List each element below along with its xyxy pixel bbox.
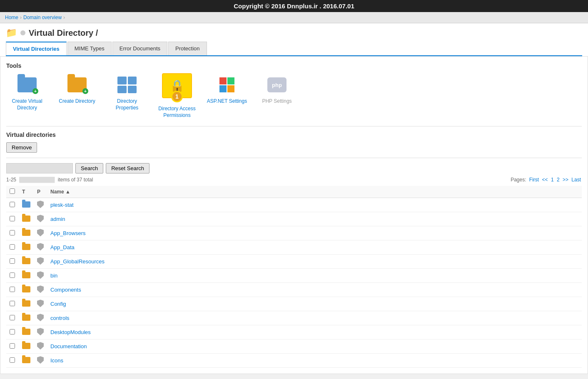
dir-name-link[interactable]: Icons [50,357,63,364]
remove-button[interactable]: Remove [6,142,37,153]
tool-create-directory[interactable]: + Create Directory [56,73,98,105]
select-all-checkbox[interactable] [10,188,15,194]
dir-name-link[interactable]: Config [50,301,66,307]
table-row: controls [6,311,582,325]
search-row: Search Reset Search [6,163,582,173]
virtual-dirs-section: Virtual directories Remove Search Reset … [6,131,582,368]
tool-aspnet-settings[interactable]: ASP.NET Settings [206,73,248,105]
dir-name-link[interactable]: controls [50,315,70,321]
grid-cell-2 [128,77,137,84]
dir-access-label: Directory Access Permissions [156,106,198,119]
pagination-row: 1-25 ██████████ items of 37 total Pages:… [6,177,582,183]
row-checkbox[interactable] [10,258,15,264]
dir-name-link[interactable]: admin [50,216,65,222]
shield-icon [37,243,44,250]
grid-cell-4 [128,86,137,94]
create-dir-label: Create Directory [59,98,95,105]
table-row: plesk-stat [6,198,582,212]
page-next[interactable]: >> [563,177,568,183]
tool-directory-access-permissions[interactable]: 🔒 1 Directory Access Permissions [156,73,198,119]
dir-name-link[interactable]: Components [50,287,81,293]
row-checkbox[interactable] [10,216,15,221]
breadcrumb-sep2: › [63,15,65,20]
tools-title: Tools [6,62,582,69]
divider-1 [6,126,582,126]
folder-icon: 📁 [6,27,17,38]
folder-orange-small-icon [22,286,30,292]
row-checkbox[interactable] [10,244,15,250]
status-circle [20,30,25,35]
grid-cell-3 [117,86,127,94]
table-row: bin [6,269,582,283]
row-checkbox[interactable] [10,301,15,306]
table-row: Config [6,297,582,311]
dir-name-link[interactable]: App_GlobalResources [50,258,105,265]
pagination-blurred: ██████████ [19,177,55,183]
breadcrumb-domain[interactable]: Domain overview [23,15,62,20]
page-first[interactable]: First [529,177,539,183]
folder-orange-small-icon [22,230,30,236]
folder-orange-small-icon [22,343,30,349]
row-checkbox[interactable] [10,202,15,207]
col-type: T [19,186,34,198]
breadcrumb-sep1: › [20,15,22,20]
dir-props-icon-wrap [115,73,139,97]
table-row: App_Browsers [6,226,582,240]
table-row: admin [6,212,582,226]
row-checkbox[interactable] [10,272,15,278]
breadcrumb-home[interactable]: Home [5,15,18,20]
tool-php-settings[interactable]: php PHP Settings [256,73,298,105]
tool-create-virtual-directory[interactable]: + Create Virtual Directory [6,73,48,111]
row-checkbox[interactable] [10,315,15,320]
shield-icon [37,229,44,236]
search-input[interactable] [6,163,73,173]
badge-number: 1 [171,91,183,102]
table-row: DesktopModules [6,325,582,339]
tab-error-documents[interactable]: Error Documents [112,42,167,55]
plus-badge-icon: + [32,88,38,94]
aspnet-blue [219,85,227,92]
dir-name-link[interactable]: Documentation [50,343,87,349]
row-checkbox[interactable] [10,357,15,363]
dir-name-link[interactable]: bin [50,272,57,279]
tab-protection[interactable]: Protection [168,42,207,55]
reset-search-button[interactable]: Reset Search [106,163,149,173]
table-row: Components [6,283,582,297]
plus-badge-orange-icon: + [82,88,88,94]
table-header: T P Name ▲ [6,186,582,198]
search-button[interactable]: Search [75,163,103,173]
shield-icon [37,356,44,364]
page-2[interactable]: 2 [557,177,560,183]
toolbar-row: Remove [6,142,582,153]
row-checkbox[interactable] [10,329,15,334]
table-row: App_GlobalResources [6,255,582,269]
table-row: Documentation [6,339,582,354]
breadcrumb: Home › Domain overview › [0,12,588,23]
shield-icon [37,201,44,208]
folder-blue-small-icon [22,201,30,208]
tab-virtual-directories[interactable]: Virtual Directories [6,42,67,55]
page-prev[interactable]: << [542,177,548,183]
dir-name-link[interactable]: DesktopModules [50,329,91,335]
php-label: PHP Settings [262,98,292,105]
aspnet-red [219,77,227,84]
shield-icon [37,257,44,265]
virtual-dirs-title: Virtual directories [6,131,582,138]
page-last[interactable]: Last [571,177,581,183]
page-1[interactable]: 1 [551,177,554,183]
shield-icon [37,285,44,293]
col-name[interactable]: Name ▲ [47,186,582,198]
dir-name-link[interactable]: plesk-stat [50,202,74,208]
dir-name-link[interactable]: App_Browsers [50,230,86,236]
tool-directory-properties[interactable]: Directory Properties [106,73,148,111]
page-title-row: 📁 Virtual Directory / [6,27,582,38]
row-checkbox[interactable] [10,230,15,235]
tab-mime-types[interactable]: MIME Types [67,42,112,55]
row-checkbox[interactable] [10,343,15,349]
folder-orange-small-icon [22,258,30,264]
dir-name-link[interactable]: App_Data [50,244,75,250]
tools-section: Tools + Create Virtual Directory + Cre [6,62,582,119]
folder-orange-small-icon [22,216,30,222]
php-icon-wrap: php [265,73,289,97]
row-checkbox[interactable] [10,287,15,292]
